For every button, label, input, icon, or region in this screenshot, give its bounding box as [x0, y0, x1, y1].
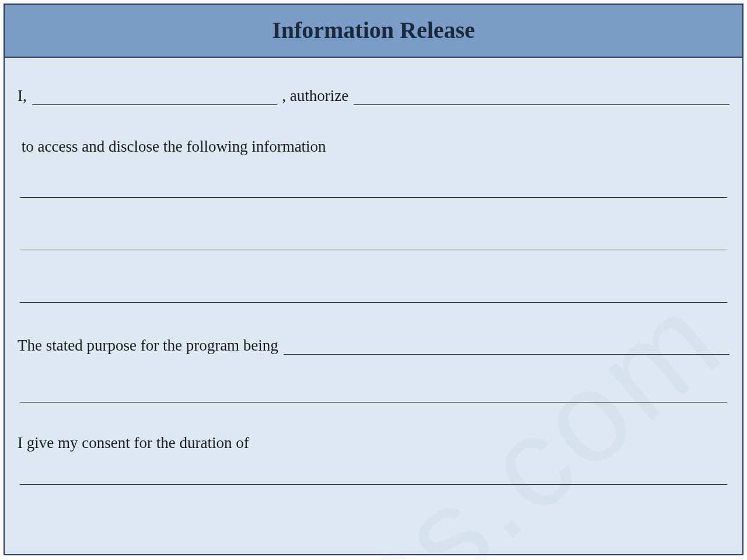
text-i: I, — [18, 87, 31, 105]
form-container: Information Release I, , authorize to ac… — [4, 4, 743, 555]
consent-line: I give my consent for the duration of — [18, 434, 729, 452]
purpose-line: The stated purpose for the program being — [18, 337, 729, 355]
purpose-blank-1[interactable] — [284, 338, 729, 355]
name-blank[interactable] — [32, 88, 277, 105]
authorize-line: I, , authorize — [18, 87, 729, 105]
disclose-text: to access and disclose the following inf… — [18, 138, 729, 156]
duration-blank[interactable] — [20, 484, 727, 485]
form-header: Information Release — [5, 5, 742, 58]
consent-text: I give my consent for the duration of — [18, 434, 249, 452]
text-authorize: , authorize — [278, 87, 352, 105]
purpose-text: The stated purpose for the program being — [18, 337, 282, 355]
disclose-text-span: to access and disclose the following inf… — [18, 138, 326, 155]
form-body: I, , authorize to access and disclose th… — [5, 58, 742, 485]
authorized-party-blank[interactable] — [354, 88, 729, 105]
form-title: Information Release — [272, 17, 475, 43]
